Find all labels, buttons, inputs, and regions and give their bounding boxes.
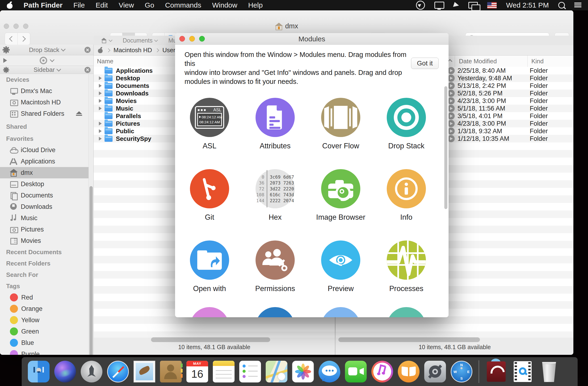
got-it-button[interactable]: Got it — [411, 58, 439, 69]
sidebar-item-music[interactable]: Music — [0, 212, 89, 224]
dialog-titlebar[interactable]: Modules — [175, 33, 449, 45]
tag-red[interactable]: Red — [0, 292, 89, 303]
menu-go[interactable]: Go — [145, 1, 154, 9]
menu-commands[interactable]: Commands — [165, 1, 201, 9]
menu-clock[interactable]: Wed 2:51 PM — [506, 1, 549, 9]
module-partial-icon[interactable] — [387, 307, 426, 317]
home-tab-icon[interactable] — [101, 38, 107, 43]
app-menu-title[interactable]: Path Finder — [24, 1, 63, 9]
dock-finder[interactable] — [28, 361, 50, 383]
location-icon[interactable] — [416, 1, 425, 10]
section-search-for[interactable]: Search For — [0, 269, 89, 280]
disclosure-icon[interactable] — [99, 84, 102, 88]
crumb-macintosh-hd[interactable]: Macintosh HD — [113, 46, 152, 54]
column-name[interactable]: Name — [97, 58, 113, 65]
dock-system-preferences[interactable] — [424, 361, 446, 383]
back-button[interactable] — [5, 33, 18, 45]
module-partial-icon[interactable] — [321, 307, 360, 317]
notification-center-icon[interactable] — [574, 2, 581, 8]
dock-quicktime[interactable] — [512, 361, 533, 383]
dialog-scrollbar-thumb[interactable] — [444, 86, 447, 209]
detail-row[interactable]: 3/5/18, 4:01 PMFolder — [448, 112, 573, 120]
play-icon[interactable] — [3, 58, 7, 63]
apple-menu-icon[interactable] — [7, 2, 13, 9]
gear-icon[interactable] — [3, 46, 9, 53]
tag-purple[interactable]: Purple — [0, 348, 89, 355]
drop-stack-module-icon[interactable] — [387, 98, 426, 137]
detail-row[interactable]: Yesterday, 9:48 AMFolder — [448, 74, 573, 82]
spray-icon[interactable] — [453, 2, 460, 8]
dock-itunes[interactable] — [371, 361, 393, 383]
open-with-module-icon[interactable] — [190, 241, 229, 280]
detail-row[interactable]: 5/2/18, 5:26 PMFolder — [448, 90, 573, 97]
module-partial-icon[interactable] — [190, 307, 229, 317]
tag-orange[interactable]: Orange — [0, 303, 89, 315]
hex-module-icon[interactable]: 03672108144 3c69 6d672073 72633d22 22206… — [255, 169, 295, 208]
menu-file[interactable]: File — [73, 1, 85, 9]
permissions-module-icon[interactable] — [255, 241, 295, 280]
tag-blue[interactable]: Blue — [0, 337, 89, 348]
preview-module-icon[interactable] — [321, 241, 360, 280]
detail-row[interactable]: 4/23/18, 3:00 PMFolder — [448, 120, 573, 127]
processes-module-icon[interactable] — [387, 241, 426, 280]
scrollbar-thumb[interactable] — [89, 186, 93, 355]
column-kind[interactable]: Kind — [531, 58, 544, 65]
sidebar-item-desktop[interactable]: Desktop — [0, 178, 89, 190]
horizontal-scrollbar[interactable] — [338, 337, 480, 342]
module-hex[interactable]: 03672108144 3c69 6d672073 72633d22 22206… — [242, 169, 308, 222]
section-recent-documents[interactable]: Recent Documents — [0, 246, 89, 258]
image-browser-module-icon[interactable] — [321, 169, 360, 208]
module-cover-flow[interactable]: Cover Flow — [308, 98, 374, 150]
sidebar-item-macintosh-hd[interactable]: Macintosh HD — [0, 97, 89, 108]
disclosure-icon[interactable] — [99, 99, 102, 103]
search-icon[interactable] — [558, 2, 565, 8]
dock-notes[interactable] — [213, 361, 234, 383]
dock-safari[interactable] — [107, 361, 129, 383]
dock-calendar[interactable]: MAY16 — [186, 361, 208, 383]
tab-documents[interactable]: Documents — [123, 37, 157, 44]
section-recent-folders[interactable]: Recent Folders — [0, 258, 89, 269]
sidebar-item-pictures[interactable]: Pictures — [0, 224, 89, 235]
dock-adobe-acrobat[interactable] — [485, 361, 507, 383]
detail-row[interactable]: 5/13/18, 2:42 PMFolder — [448, 82, 573, 90]
module-image-browser[interactable]: Image Browser — [308, 169, 374, 222]
menu-window[interactable]: Window — [212, 1, 237, 9]
menu-help[interactable]: Help — [248, 1, 263, 9]
sidebar-item-downloads[interactable]: Downloads — [0, 201, 89, 212]
dock-trash[interactable] — [538, 361, 560, 383]
module-attributes[interactable]: Attributes — [242, 98, 308, 150]
us-flag-icon[interactable] — [487, 2, 497, 8]
display-icon[interactable] — [434, 2, 444, 9]
dock-photos[interactable] — [292, 361, 314, 383]
disclosure-icon[interactable] — [99, 122, 102, 125]
apple-crumb-icon[interactable] — [98, 47, 103, 53]
dual-display-icon[interactable] — [468, 2, 478, 8]
disclosure-icon[interactable] — [99, 137, 102, 140]
dock-ibooks[interactable] — [398, 361, 420, 383]
module-git[interactable]: Git — [177, 169, 242, 222]
dock-contacts[interactable] — [160, 361, 182, 383]
disclosure-icon[interactable] — [99, 76, 102, 80]
dock-messages[interactable] — [318, 361, 340, 383]
menu-edit[interactable]: Edit — [96, 1, 108, 9]
tag-green[interactable]: Green — [0, 326, 89, 337]
sidebar-item-dmxs-mac[interactable]: Dmx's Mac — [0, 85, 89, 97]
asl-module-icon[interactable]: ASL 08:24:12 AM 08:24:12 AM — [190, 98, 229, 137]
disclosure-icon[interactable] — [99, 129, 102, 133]
module-asl[interactable]: ASL 08:24:12 AM 08:24:12 AM ASL — [177, 98, 242, 150]
drop-stack-header[interactable]: Drop Stack — [0, 45, 93, 55]
disclosure-icon[interactable] — [99, 91, 102, 95]
disclosure-icon[interactable] — [99, 107, 102, 110]
sidebar-item-applications[interactable]: Applications — [0, 156, 89, 167]
sidebar-scrollbar[interactable] — [88, 74, 93, 355]
info-module-icon[interactable] — [387, 169, 426, 208]
dock-path-finder[interactable]: NS WE — [451, 361, 472, 383]
eject-icon[interactable] — [76, 111, 82, 116]
cover-flow-module-icon[interactable] — [321, 98, 360, 137]
tag-yellow[interactable]: Yellow — [0, 315, 89, 326]
dock-siri[interactable] — [54, 361, 76, 383]
detail-row[interactable]: 1/3/18, 9:32 AMFolder — [448, 127, 573, 135]
module-preview[interactable]: Preview — [308, 241, 374, 293]
dock-reminders[interactable] — [239, 361, 261, 383]
module-drop-stack[interactable]: Drop Stack — [374, 98, 439, 150]
